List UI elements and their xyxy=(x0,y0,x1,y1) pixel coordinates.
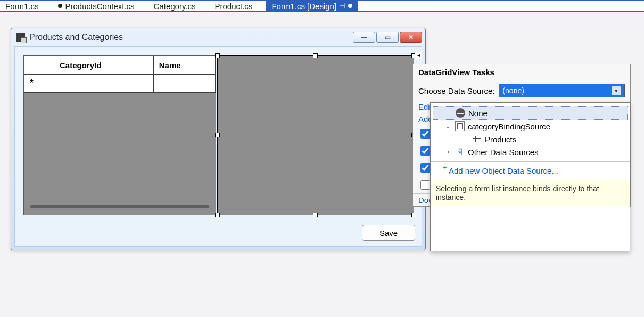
tab-category-cs[interactable]: Category.cs xyxy=(148,1,210,11)
add-data-source-icon xyxy=(436,168,444,174)
tab-label: Form1.cs [Design] xyxy=(271,2,336,11)
minimize-button[interactable]: — xyxy=(353,32,375,43)
maximize-button[interactable]: ▭ xyxy=(376,32,399,43)
form-icon xyxy=(16,33,25,42)
dirty-indicator-icon xyxy=(348,4,352,8)
tab-label: Form1.cs xyxy=(5,2,39,11)
products-grid-selected[interactable]: ◂ xyxy=(217,55,414,215)
checkbox-icon[interactable] xyxy=(420,129,430,139)
pin-icon[interactable]: ⊣ xyxy=(340,2,345,10)
tab-label: Product.cs xyxy=(215,2,253,11)
form-client-area[interactable]: CategoryId Name * xyxy=(14,46,422,247)
horizontal-scrollbar[interactable] xyxy=(30,205,209,208)
choose-data-source-row: Choose Data Source: (none) ▾ xyxy=(413,80,630,101)
column-header-categoryid[interactable]: CategoryId xyxy=(54,56,154,75)
data-source-combobox[interactable]: (none) ▾ xyxy=(499,84,625,97)
checkbox-icon[interactable] xyxy=(420,163,430,173)
tree-node-label: Products xyxy=(485,135,516,144)
categories-grid[interactable]: CategoryId Name * xyxy=(23,55,216,215)
database-icon: 🗄 xyxy=(455,147,465,157)
tree-node-other-data-sources[interactable]: › 🗄 Other Data Sources xyxy=(433,145,628,158)
document-tab-strip: Form1.cs ProductsContext.cs Category.cs … xyxy=(0,0,644,12)
tree-node-label: None xyxy=(468,109,488,118)
tree-node-products[interactable]: Products xyxy=(433,133,628,145)
grid-cell[interactable] xyxy=(54,75,154,93)
tab-form1-design[interactable]: Form1.cs [Design] ⊣ xyxy=(266,1,358,11)
resize-handle-n[interactable] xyxy=(313,53,318,58)
add-new-data-source-label: Add new Object Data Source... xyxy=(449,166,558,175)
tree-node-label: categoryBindingSource xyxy=(468,122,550,131)
designer-surface[interactable]: Products and Categories — ▭ ✕ CategoryId… xyxy=(0,13,644,317)
chevron-right-icon[interactable]: › xyxy=(444,148,452,156)
tab-label: Category.cs xyxy=(154,2,196,11)
data-source-dropdown[interactable]: — None ⌄ categoryBindingSource Products … xyxy=(430,102,630,251)
add-new-data-source-link[interactable]: Add new Object Data Source... xyxy=(431,161,630,180)
tree-node-category-binding-source[interactable]: ⌄ categoryBindingSource xyxy=(433,120,628,133)
grid-cell[interactable] xyxy=(153,75,215,93)
grid-new-row[interactable]: * xyxy=(24,75,216,93)
row-header-corner[interactable] xyxy=(24,56,54,75)
data-source-hint: Selecting a form list instance binds dir… xyxy=(431,180,630,206)
tab-product-cs[interactable]: Product.cs xyxy=(210,1,267,11)
tree-node-none[interactable]: — None xyxy=(433,106,628,120)
save-button-label: Save xyxy=(379,229,398,238)
resize-handle-sw[interactable] xyxy=(215,213,220,217)
binding-source-icon xyxy=(455,121,465,131)
chevron-down-icon[interactable]: ⌄ xyxy=(444,123,452,130)
window-controls: — ▭ ✕ xyxy=(353,32,422,43)
tasks-panel-title: DataGridView Tasks xyxy=(413,64,630,80)
save-button[interactable]: Save xyxy=(362,225,415,241)
tab-form1-cs[interactable]: Form1.cs xyxy=(0,1,53,11)
column-header-name[interactable]: Name xyxy=(153,56,215,75)
choose-data-source-label: Choose Data Source: xyxy=(418,86,494,95)
smart-tag-glyph[interactable]: ◂ xyxy=(415,52,422,59)
none-icon: — xyxy=(456,108,465,118)
tab-label: ProductsContext.cs xyxy=(65,2,135,11)
form-window[interactable]: Products and Categories — ▭ ✕ CategoryId… xyxy=(11,28,426,250)
resize-handle-se[interactable] xyxy=(411,213,416,217)
grid-header-row: CategoryId Name xyxy=(24,56,216,75)
resize-handle-s[interactable] xyxy=(313,213,318,217)
form-titlebar[interactable]: Products and Categories — ▭ ✕ xyxy=(11,28,425,46)
tree-node-label: Other Data Sources xyxy=(468,148,539,157)
dirty-indicator-icon xyxy=(58,4,62,8)
data-source-tree: — None ⌄ categoryBindingSource Products … xyxy=(431,103,630,161)
resize-handle-nw[interactable] xyxy=(215,53,220,58)
data-source-selected-value: (none) xyxy=(502,86,524,95)
chevron-down-icon[interactable]: ▾ xyxy=(612,86,621,95)
form-title: Products and Categories xyxy=(29,32,123,42)
close-button[interactable]: ✕ xyxy=(400,32,422,43)
categories-grid-table: CategoryId Name * xyxy=(24,56,216,93)
new-row-indicator: * xyxy=(24,75,54,93)
checkbox-icon[interactable] xyxy=(420,146,430,156)
table-icon xyxy=(472,134,482,144)
checkbox-icon[interactable] xyxy=(420,180,430,190)
resize-handle-w[interactable] xyxy=(215,133,220,137)
tab-productscontext-cs[interactable]: ProductsContext.cs xyxy=(53,1,148,11)
